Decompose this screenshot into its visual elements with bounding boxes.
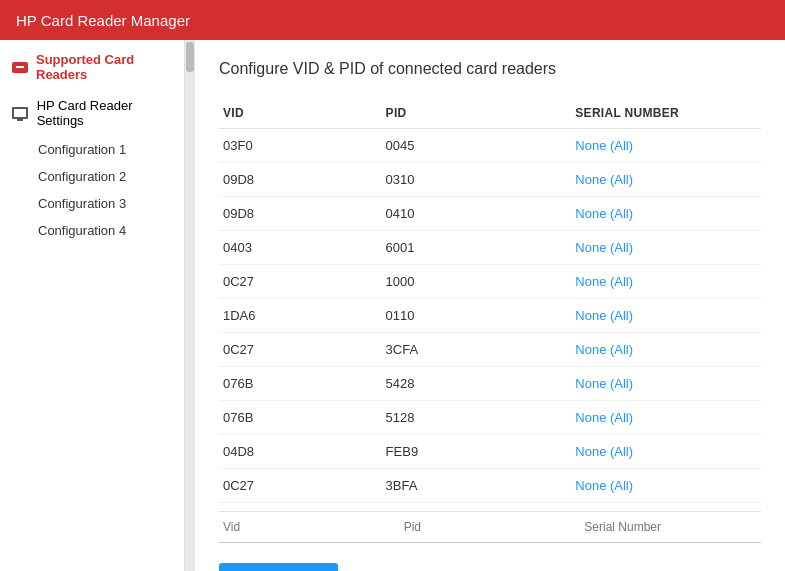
sidebar-settings-label: HP Card Reader Settings [37, 98, 172, 128]
table-row: 076B 5128 None (All) [219, 401, 761, 435]
monitor-icon [12, 107, 29, 120]
cell-serial[interactable]: None (All) [571, 197, 761, 231]
app-title: HP Card Reader Manager [16, 12, 190, 29]
table-row: 03F0 0045 None (All) [219, 129, 761, 163]
cell-pid: 3CFA [382, 333, 572, 367]
table-row: 09D8 0410 None (All) [219, 197, 761, 231]
table-row: 1DA6 0110 None (All) [219, 299, 761, 333]
cell-vid: 0C27 [219, 265, 382, 299]
cell-serial[interactable]: None (All) [571, 333, 761, 367]
cell-pid: 1000 [382, 265, 572, 299]
cell-vid: 03F0 [219, 129, 382, 163]
table-row: 0C27 3BFA None (All) [219, 469, 761, 503]
table-row: 0C27 3CFA None (All) [219, 333, 761, 367]
cell-pid: 0310 [382, 163, 572, 197]
table-row: 076B 5428 None (All) [219, 367, 761, 401]
sidebar-config-3[interactable]: Configuration 3 [0, 190, 184, 217]
topbar: HP Card Reader Manager [0, 0, 785, 40]
cell-pid: 0045 [382, 129, 572, 163]
cell-vid: 076B [219, 401, 382, 435]
table-row: 0C27 1000 None (All) [219, 265, 761, 299]
cell-pid: 0110 [382, 299, 572, 333]
cell-pid: 6001 [382, 231, 572, 265]
sidebar-item-settings[interactable]: HP Card Reader Settings [0, 90, 184, 136]
cell-vid: 076B [219, 367, 382, 401]
main-content: Configure VID & PID of connected card re… [195, 40, 785, 571]
vid-input[interactable] [219, 512, 400, 543]
submit-button[interactable]: Submit Query [219, 563, 338, 571]
scrollbar-track[interactable] [185, 40, 195, 571]
col-header-serial: SERIAL NUMBER [571, 98, 761, 129]
sidebar-config-4[interactable]: Configuration 4 [0, 217, 184, 244]
sidebar: Supported Card Readers HP Card Reader Se… [0, 40, 185, 571]
cell-serial[interactable]: None (All) [571, 299, 761, 333]
add-row [219, 511, 761, 543]
cell-vid: 0C27 [219, 333, 382, 367]
cell-vid: 0403 [219, 231, 382, 265]
cell-pid: 5128 [382, 401, 572, 435]
cell-serial[interactable]: None (All) [571, 401, 761, 435]
scrollbar-thumb[interactable] [186, 42, 194, 72]
cell-pid: 5428 [382, 367, 572, 401]
cell-vid: 09D8 [219, 163, 382, 197]
cell-serial[interactable]: None (All) [571, 367, 761, 401]
cell-pid: 3BFA [382, 469, 572, 503]
card-reader-icon [12, 61, 28, 74]
cell-serial[interactable]: None (All) [571, 129, 761, 163]
sidebar-item-supported[interactable]: Supported Card Readers [0, 44, 184, 90]
cell-serial[interactable]: None (All) [571, 469, 761, 503]
table-row: 0403 6001 None (All) [219, 231, 761, 265]
sidebar-config-2[interactable]: Configuration 2 [0, 163, 184, 190]
page-title: Configure VID & PID of connected card re… [219, 60, 761, 78]
cell-serial[interactable]: None (All) [571, 231, 761, 265]
cell-pid: 0410 [382, 197, 572, 231]
cell-vid: 0C27 [219, 469, 382, 503]
sidebar-supported-label: Supported Card Readers [36, 52, 172, 82]
serial-input[interactable] [580, 512, 761, 543]
card-readers-table: VID PID SERIAL NUMBER 03F0 0045 None (Al… [219, 98, 761, 503]
cell-serial[interactable]: None (All) [571, 435, 761, 469]
pid-input[interactable] [400, 512, 581, 543]
col-header-vid: VID [219, 98, 382, 129]
table-row: 04D8 FEB9 None (All) [219, 435, 761, 469]
cell-pid: FEB9 [382, 435, 572, 469]
cell-vid: 04D8 [219, 435, 382, 469]
cell-vid: 1DA6 [219, 299, 382, 333]
cell-vid: 09D8 [219, 197, 382, 231]
col-header-pid: PID [382, 98, 572, 129]
cell-serial[interactable]: None (All) [571, 163, 761, 197]
cell-serial[interactable]: None (All) [571, 265, 761, 299]
table-row: 09D8 0310 None (All) [219, 163, 761, 197]
sidebar-config-1[interactable]: Configuration 1 [0, 136, 184, 163]
